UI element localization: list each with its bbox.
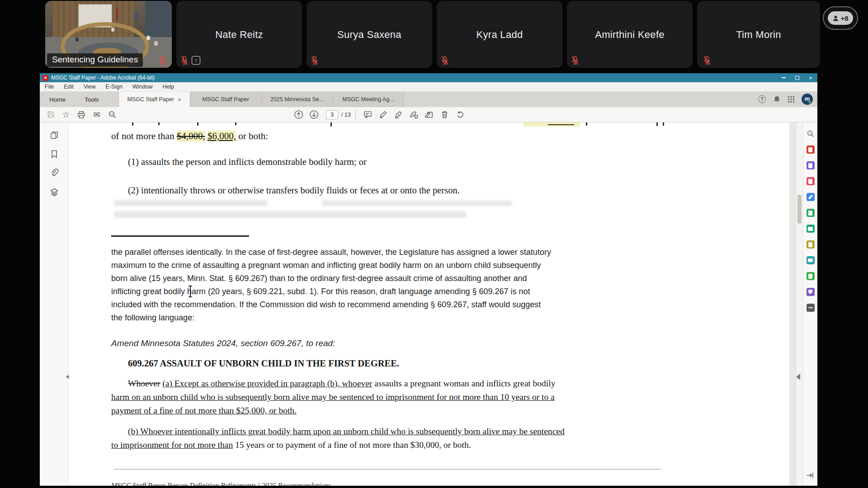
para-a-inserted-3: payment of a fine of not more than $25,0… [111, 406, 297, 416]
scrollbar-thumb[interactable] [797, 195, 802, 224]
search-tool-icon[interactable] [807, 130, 815, 138]
previous-page-icon[interactable] [291, 108, 306, 122]
combine-files-icon[interactable] [807, 209, 815, 217]
participant-name: Tim Morin [697, 29, 820, 41]
doc-tab-label: MSGC Meeting Ag... [343, 96, 394, 103]
minimize-button[interactable] [777, 73, 790, 82]
maximize-button[interactable] [790, 73, 804, 82]
redo-icon[interactable] [453, 108, 468, 122]
highlighter-icon[interactable] [376, 108, 391, 122]
close-tab-icon[interactable]: × [178, 96, 181, 103]
search-icon[interactable] [104, 108, 120, 122]
muted-mic-icon [180, 56, 189, 66]
participant-tile[interactable]: Nate Reitz ↑ [176, 1, 302, 68]
layers-icon[interactable] [50, 188, 59, 197]
menu-bar: File Edit View E-Sign Window Help [40, 82, 817, 92]
edit-pdf-icon[interactable] [807, 161, 815, 169]
delete-pages-icon[interactable] [437, 108, 453, 122]
organize-pages-icon[interactable] [807, 225, 815, 233]
para-a-inserted-1: (a) Except as otherwise provided in para… [162, 379, 372, 388]
account-avatar[interactable]: m [802, 94, 813, 105]
menu-window[interactable]: Window [127, 84, 157, 90]
tab-home[interactable]: Home [40, 92, 75, 107]
page-number-input[interactable] [326, 110, 338, 119]
doc-tab[interactable]: MSGC Staff Paper [190, 92, 261, 107]
para-a-plain: assaults a pregnant woman and inflicts g… [374, 379, 555, 388]
sign-pen-icon[interactable] [391, 108, 406, 122]
more-tools-icon[interactable] [807, 304, 815, 312]
video-tile-room[interactable]: Sentencing Guidelines [45, 1, 172, 68]
statute-fine-line: of not more than $4,000, $6,000, or both… [111, 131, 268, 142]
compress-pdf-icon[interactable] [807, 240, 815, 249]
room-flag [116, 9, 118, 20]
participant-name: Surya Saxena [307, 29, 432, 41]
more-participants-badge[interactable]: +8 [823, 6, 858, 30]
doc-tab-label: 2025 Minnesota Se... [270, 96, 324, 103]
muted-mic-icon [703, 56, 712, 66]
notifications-bell-icon[interactable] [773, 95, 781, 103]
print-icon[interactable] [74, 108, 89, 122]
save-icon[interactable] [43, 108, 58, 122]
create-pdf-icon[interactable] [807, 177, 815, 185]
participant-name: Nate Reitz [176, 29, 302, 41]
fine-post: or both: [236, 131, 268, 141]
room-flag2 [135, 12, 137, 21]
doc-tab[interactable]: 2025 Minnesota Se... [261, 92, 333, 107]
footer-text: MSGC Staff Paper Person Definition Refin… [111, 482, 331, 486]
next-page-icon[interactable] [306, 108, 321, 122]
menu-view[interactable]: View [79, 84, 101, 90]
room-name-label: Sentencing Guidelines [47, 53, 143, 67]
scan-ocr-icon[interactable] [807, 272, 815, 280]
fine-removed: $4,000, [177, 131, 205, 141]
app-grid-icon[interactable] [788, 96, 794, 103]
participant-tile[interactable]: Surya Saxena [307, 1, 432, 68]
page-thumbnails-icon[interactable] [50, 131, 59, 140]
menu-edit[interactable]: Edit [59, 84, 79, 90]
para-b-inserted-2: to imprisonment for not more than [111, 440, 233, 450]
participant-tile[interactable]: Amirthini Keefe [567, 1, 693, 68]
room-person [154, 41, 158, 46]
vertical-scrollbar[interactable] [797, 122, 803, 486]
protect-icon[interactable] [807, 288, 815, 296]
muted-mic-icon [571, 56, 580, 66]
email-icon[interactable]: ✉ [89, 108, 104, 122]
certify-pen-icon[interactable] [406, 108, 422, 122]
room-person [111, 28, 114, 32]
participant-tile[interactable]: Tim Morin [697, 1, 820, 68]
comment-pen-icon[interactable] [807, 193, 815, 201]
person-icon [832, 15, 839, 22]
collapse-right-pane-handle[interactable] [796, 374, 800, 380]
export-pdf-icon[interactable] [807, 145, 815, 154]
fill-sign-icon[interactable] [422, 108, 437, 122]
ghost-text [114, 200, 268, 206]
doc-tab-label: MSGC Staff Paper [202, 96, 249, 103]
star-icon[interactable]: ☆ [58, 108, 74, 122]
menu-help[interactable]: Help [158, 84, 179, 90]
toolbar: ☆ ✉ / 13 [40, 107, 817, 122]
add-comment-icon[interactable] [360, 108, 376, 122]
screen-share-icon: ↑ [192, 56, 200, 65]
menu-esign[interactable]: E-Sign [101, 84, 128, 90]
footer-rule [114, 469, 661, 469]
tab-bar: Home Tools MSGC Staff Paper × MSGC Staff… [40, 92, 817, 107]
para-b-inserted-1: (b) Whoever intentionally inflicts great… [128, 427, 565, 436]
statute-item-1: (1) assaults the person and inflicts dem… [128, 157, 367, 167]
acrobat-window: A MSGC Staff Paper - Adobe Acrobat (64-b… [40, 73, 817, 486]
ghost-text [114, 211, 467, 218]
document-area: of not more than $4,000, $6,000, or both… [40, 122, 817, 486]
chat-tool-icon[interactable] [807, 256, 815, 264]
bookmarks-icon[interactable] [50, 150, 59, 159]
attachments-icon[interactable] [50, 169, 59, 178]
pdf-page[interactable]: of not more than $4,000, $6,000, or both… [69, 122, 789, 486]
para-a-inserted-2: harm on an unborn child who is subsequen… [111, 392, 555, 402]
menu-file[interactable]: File [40, 84, 59, 90]
open-tools-panel-icon[interactable] [806, 471, 814, 481]
window-titlebar[interactable]: A MSGC Staff Paper - Adobe Acrobat (64-b… [40, 73, 817, 82]
tab-tools[interactable]: Tools [75, 92, 108, 107]
muted-mic-icon [310, 56, 319, 66]
close-button[interactable]: × [804, 73, 817, 82]
participant-tile[interactable]: Kyra Ladd [437, 1, 562, 68]
doc-tab-active[interactable]: MSGC Staff Paper × [118, 92, 190, 107]
help-icon[interactable]: ? [758, 95, 766, 103]
doc-tab[interactable]: MSGC Meeting Ag... [333, 92, 404, 107]
